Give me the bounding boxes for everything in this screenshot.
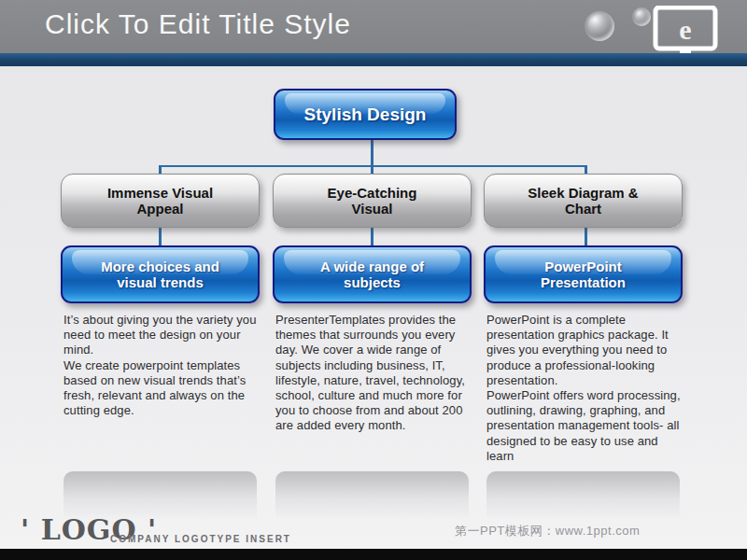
topic-node-2[interactable]: A wide range of subjects — [273, 245, 472, 303]
diagram-column-2: Eye-Catching Visual A wide range of subj… — [273, 174, 472, 549]
connector-drop-left — [159, 165, 162, 174]
description-text-3: PowerPoint is a complete presentation gr… — [486, 313, 681, 464]
reflection-decoration — [275, 471, 469, 520]
bottom-bar — [0, 549, 747, 560]
category-node-3[interactable]: Sleek Diagram & Chart — [484, 174, 683, 228]
diagram-column-3: Sleek Diagram & Chart PowerPoint Present… — [484, 174, 683, 549]
topic-node-label: More choices and visual trends — [101, 259, 219, 290]
topic-node-1[interactable]: More choices and visual trends — [61, 245, 260, 303]
category-node-2[interactable]: Eye-Catching Visual — [273, 174, 472, 228]
topic-node-label: PowerPoint Presentation — [541, 259, 626, 290]
root-node[interactable]: Stylish Design — [274, 89, 457, 140]
reflection-decoration — [486, 471, 680, 520]
description-text-1: It’s about giving you the variety you ne… — [63, 313, 258, 418]
connector-drop-right — [585, 165, 587, 174]
slide: Click To Edit Title Style e Stylish Desi… — [0, 0, 747, 560]
diagram-canvas: Stylish Design Immense Visual Appeal Mor… — [0, 66, 747, 549]
page-title[interactable]: Click To Edit Title Style — [45, 8, 351, 40]
bubble-decoration-small — [632, 7, 651, 26]
monitor-letter: e — [679, 14, 691, 45]
category-node-label: Immense Visual Appeal — [107, 185, 213, 217]
topic-node-label: A wide range of subjects — [320, 259, 424, 290]
monitor-icon: e — [652, 6, 723, 60]
connector-drop-center — [371, 165, 374, 174]
topic-node-3[interactable]: PowerPoint Presentation — [484, 245, 683, 303]
category-node-label: Eye-Catching Visual — [328, 185, 417, 217]
connector-root-stem — [371, 140, 374, 166]
description-text-2: PresenterTemplates provides the themes t… — [275, 313, 470, 434]
category-node-1[interactable]: Immense Visual Appeal — [61, 174, 260, 228]
root-node-label: Stylish Design — [304, 105, 427, 125]
category-node-label: Sleek Diagram & Chart — [528, 185, 638, 217]
diagram-column-1: Immense Visual Appeal More choices and v… — [61, 174, 260, 549]
bubble-decoration-large — [585, 11, 614, 41]
company-logo-subtitle: COMPANY LOGOTYPE INSERT — [110, 534, 291, 544]
accent-bar — [0, 53, 747, 66]
slide-header: Click To Edit Title Style e — [0, 0, 747, 53]
watermark-text: 第一PPT模板网：www.1ppt.com — [455, 523, 640, 539]
